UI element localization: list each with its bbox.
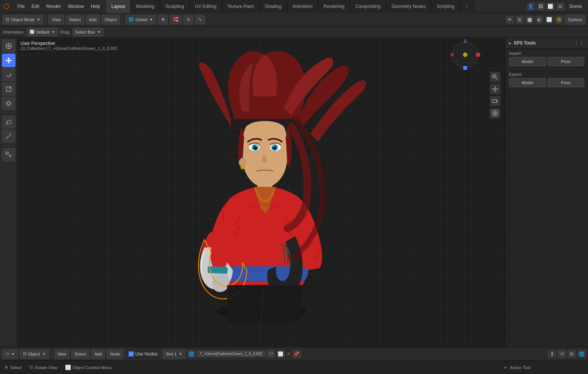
menu-render[interactable]: Render xyxy=(43,2,64,11)
viewport-gizmo[interactable]: Z xyxy=(452,42,482,72)
use-nodes-checkbox[interactable]: ✓ xyxy=(128,351,134,357)
toolbar-bar: ⊡ Object Mode ▼ View Select Add Object 🌐… xyxy=(0,13,588,26)
top-menu-bar: ⬡ File Edit Render Window Help Layout Mo… xyxy=(0,0,588,13)
drag-dropdown[interactable]: Select Box ▼ xyxy=(73,28,104,36)
bottom-node-menu[interactable]: Node xyxy=(107,349,123,359)
bottom-mode-selector[interactable]: ⊡ Object ▼ xyxy=(20,349,49,359)
vp-grid-btn[interactable] xyxy=(490,108,500,119)
viewport[interactable]: User Perspective (1) Collection | 7_+Glo… xyxy=(17,38,505,347)
bottom-globe-icon[interactable]: 🌐 xyxy=(577,350,586,358)
overlay-icon[interactable]: 👁 xyxy=(506,15,514,24)
tab-layout[interactable]: Layout xyxy=(106,0,131,13)
tab-geometry-nodes[interactable]: Geometry Nodes xyxy=(386,0,432,13)
viewport-shading-1[interactable]: ⬤ xyxy=(525,15,534,24)
falloff-btn[interactable]: ∿ xyxy=(195,15,205,25)
tab-sculpting[interactable]: Sculpting xyxy=(160,0,190,13)
gizmo-circle[interactable]: Z xyxy=(452,42,478,68)
export-label: Export: xyxy=(509,72,584,77)
bottom-add-menu[interactable]: Add xyxy=(91,349,105,359)
transform-tool-btn[interactable] xyxy=(2,97,15,110)
menu-window[interactable]: Window xyxy=(65,2,87,11)
tab-modeling[interactable]: Modeling xyxy=(131,0,160,13)
options-btn[interactable]: Options xyxy=(565,15,586,25)
tab-scripting[interactable]: Scripting xyxy=(432,0,460,13)
pin-icon[interactable]: 📌 xyxy=(292,350,301,358)
panel-title: XPS Tools xyxy=(514,40,535,46)
bottom-sep-2 xyxy=(126,350,126,358)
viewport-shading-4[interactable]: 🔆 xyxy=(555,15,563,24)
bottom-engine-selector[interactable]: ⬡ ▼ xyxy=(2,349,18,359)
orientation-dropdown[interactable]: 🔄 Default ▼ xyxy=(27,28,58,36)
pivot-btn[interactable]: ⊕ xyxy=(158,15,168,25)
tab-rendering[interactable]: Rendering xyxy=(318,0,350,13)
import-pose-btn[interactable]: Pose xyxy=(548,57,585,66)
cursor-tool-btn[interactable] xyxy=(2,39,15,53)
select-menu[interactable]: Select xyxy=(66,15,84,25)
svg-rect-34 xyxy=(495,111,498,113)
tab-compositing[interactable]: Compositing xyxy=(350,0,386,13)
scene-label: Scene xyxy=(566,4,585,9)
bottom-refresh-icon[interactable]: ↺ xyxy=(558,350,566,358)
slot-selector[interactable]: Slot 1 ▼ xyxy=(162,349,186,359)
mode-selector[interactable]: ⊡ Object Mode ▼ xyxy=(2,15,43,25)
bottom-select-menu[interactable]: Select xyxy=(71,349,90,359)
mode-chevron: ▼ xyxy=(37,18,40,22)
transform-global[interactable]: 🌐 Global ▼ xyxy=(125,15,156,25)
export-pose-btn[interactable]: Pose xyxy=(548,78,585,87)
main-area: User Perspective (1) Collection | 7_+Glo… xyxy=(0,38,588,347)
vp-camera-btn[interactable] xyxy=(490,96,500,106)
bottom-sep-1 xyxy=(51,350,52,358)
viewport-shading-2[interactable]: ◐ xyxy=(535,15,543,24)
user-icon[interactable]: 👤 xyxy=(527,2,535,11)
header-secondary: Orientation: 🔄 Default ▼ Drag: Select Bo… xyxy=(0,26,588,38)
snap-btn[interactable]: 🧲 xyxy=(170,15,182,25)
import-model-btn[interactable]: Model xyxy=(509,57,546,66)
global-chevron: ▼ xyxy=(150,18,153,22)
scale-tool-btn[interactable] xyxy=(2,82,15,96)
render-icon[interactable]: 🖼 xyxy=(537,2,545,11)
add-object-btn[interactable] xyxy=(2,148,15,162)
add-menu[interactable]: Add xyxy=(86,15,100,25)
status-rotate: ↻ Rotate View xyxy=(29,365,57,370)
menu-file[interactable]: File xyxy=(14,2,28,11)
move-tool-btn[interactable] xyxy=(2,54,15,67)
mode-label: Object Mode xyxy=(11,17,34,22)
gizmo-y xyxy=(463,66,467,70)
shield-icon[interactable]: 🛡 xyxy=(267,350,275,358)
menu-edit[interactable]: Edit xyxy=(28,2,42,11)
export-model-btn[interactable]: Model xyxy=(509,78,546,87)
svg-line-4 xyxy=(9,87,11,89)
close-node-btn[interactable]: ✕ xyxy=(286,351,291,357)
tab-add[interactable]: + xyxy=(460,0,474,13)
bottom-view-menu[interactable]: View xyxy=(54,349,70,359)
tab-animation[interactable]: Animation xyxy=(287,0,318,13)
annotate-tool-btn[interactable] xyxy=(2,115,15,129)
measure-tool-btn[interactable] xyxy=(2,129,15,143)
panel-menu-btn[interactable]: ⋮⋮ xyxy=(574,40,584,46)
vp-pan-btn[interactable] xyxy=(490,84,500,94)
left-separator-2 xyxy=(3,145,14,146)
menu-help[interactable]: Help xyxy=(88,2,103,11)
viewport-icon[interactable]: ⬜ xyxy=(546,2,555,11)
status-select: 🖱 Select xyxy=(4,365,22,370)
vp-zoom-btn[interactable] xyxy=(490,72,500,82)
bottom-up-icon[interactable]: ⬆ xyxy=(548,350,556,358)
rotate-tool-btn[interactable] xyxy=(2,68,15,82)
gizmo-icon[interactable]: ⊞ xyxy=(515,15,524,24)
proportional-btn[interactable]: ⊙ xyxy=(183,15,193,25)
context-status-label: Object Context Menu xyxy=(73,365,111,370)
tab-texture-paint[interactable]: Texture Paint xyxy=(222,0,260,13)
viewport-shading-3[interactable]: ⬜ xyxy=(545,15,553,24)
bottom-grid-icon[interactable]: ⊞ xyxy=(568,350,576,358)
world-icon[interactable]: 🌐 xyxy=(187,350,195,358)
settings-icon[interactable]: ⚙ xyxy=(556,2,565,11)
blender-logo[interactable]: ⬡ xyxy=(0,0,13,13)
tab-uv-editing[interactable]: UV Editing xyxy=(190,0,222,13)
view-menu[interactable]: View xyxy=(48,15,64,25)
orientation-icon: 🔄 xyxy=(29,29,35,34)
copy-icon[interactable]: ⬜ xyxy=(277,350,285,358)
tab-shading[interactable]: Shading xyxy=(260,0,287,13)
gizmo-center xyxy=(463,52,467,57)
engine-icon: ⬡ xyxy=(6,352,9,356)
object-menu[interactable]: Object xyxy=(101,15,120,25)
